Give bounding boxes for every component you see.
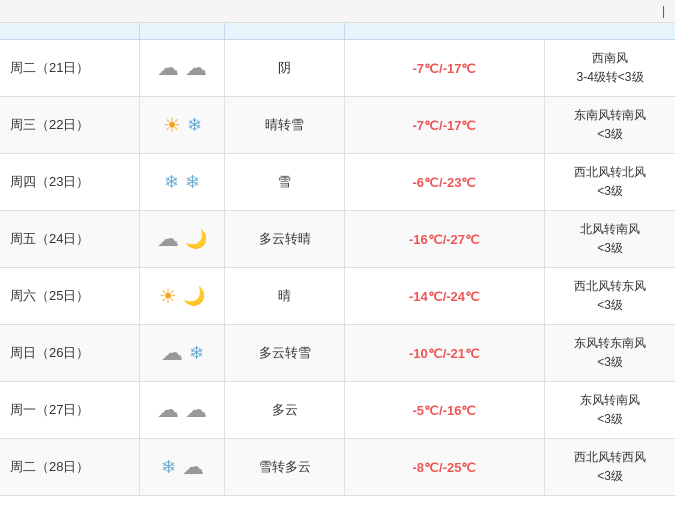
day-label: 周三（22日） xyxy=(0,97,140,153)
wind-dir: 东风转东南风 xyxy=(574,335,646,352)
wind-level: 3-4级转<3级 xyxy=(576,69,643,86)
top-bar: | xyxy=(0,0,675,23)
day-label: 周四（23日） xyxy=(0,154,140,210)
day-text: 周一（27日） xyxy=(10,401,89,419)
table-row: 周二（28日） ❄☁ 雪转多云 -8℃/-25℃ 西北风转西风 <3级 xyxy=(0,439,675,496)
weather-icons: ❄☁ xyxy=(140,439,225,495)
wind-dir: 西北风转东风 xyxy=(574,278,646,295)
table-row: 周六（25日） ☀🌙 晴 -14℃/-24℃ 西北风转东风 <3级 xyxy=(0,268,675,325)
weather-description: 晴 xyxy=(225,268,345,324)
weather-icons: ☁☁ xyxy=(140,382,225,438)
temperature: -7℃/-17℃ xyxy=(345,97,545,153)
weather-description: 晴转雪 xyxy=(225,97,345,153)
header-8-15day xyxy=(345,23,675,39)
wind-info: 东风转南风 <3级 xyxy=(545,382,675,438)
wind-info: 西北风转东风 <3级 xyxy=(545,268,675,324)
day-label: 周一（27日） xyxy=(0,382,140,438)
day-text: 周五（24日） xyxy=(10,230,89,248)
weather-description: 多云 xyxy=(225,382,345,438)
header-today xyxy=(0,23,140,39)
wind-level: <3级 xyxy=(597,354,623,371)
weather-description: 多云转雪 xyxy=(225,325,345,381)
weather-icons: ☁☁ xyxy=(140,40,225,96)
wind-level: <3级 xyxy=(597,240,623,257)
day-label: 周五（24日） xyxy=(0,211,140,267)
rows-container: 周二（21日） ☁☁ 阴 -7℃/-17℃ 西南风 3-4级转<3级 周三（22… xyxy=(0,40,675,496)
wind-level: <3级 xyxy=(597,126,623,143)
wind-level: <3级 xyxy=(597,183,623,200)
weather-icons: ❄❄ xyxy=(140,154,225,210)
wind-info: 东南风转南风 <3级 xyxy=(545,97,675,153)
day-label: 周二（21日） xyxy=(0,40,140,96)
weather-description: 多云转晴 xyxy=(225,211,345,267)
table-row: 周一（27日） ☁☁ 多云 -5℃/-16℃ 东风转南风 <3级 xyxy=(0,382,675,439)
wind-dir: 北风转南风 xyxy=(580,221,640,238)
day-text: 周四（23日） xyxy=(10,173,89,191)
header-7day xyxy=(225,23,345,39)
header-row xyxy=(0,23,675,40)
temperature: -14℃/-24℃ xyxy=(345,268,545,324)
temperature: -7℃/-17℃ xyxy=(345,40,545,96)
table-row: 周日（26日） ☁❄ 多云转雪 -10℃/-21℃ 东风转东南风 <3级 xyxy=(0,325,675,382)
temperature: -5℃/-16℃ xyxy=(345,382,545,438)
header-weekend xyxy=(140,23,225,39)
weather-description: 雪转多云 xyxy=(225,439,345,495)
table-row: 周四（23日） ❄❄ 雪 -6℃/-23℃ 西北风转北风 <3级 xyxy=(0,154,675,211)
wind-dir: 西北风转北风 xyxy=(574,164,646,181)
wind-info: 东风转东南风 <3级 xyxy=(545,325,675,381)
temperature: -6℃/-23℃ xyxy=(345,154,545,210)
separator: | xyxy=(662,4,665,18)
weather-icons: ☀❄ xyxy=(140,97,225,153)
weather-icons: ☀🌙 xyxy=(140,268,225,324)
day-text: 周日（26日） xyxy=(10,344,89,362)
wind-dir: 西北风转西风 xyxy=(574,449,646,466)
day-text: 周二（28日） xyxy=(10,458,89,476)
day-label: 周六（25日） xyxy=(0,268,140,324)
wind-level: <3级 xyxy=(597,468,623,485)
wind-dir: 东风转南风 xyxy=(580,392,640,409)
weather-table: 周二（21日） ☁☁ 阴 -7℃/-17℃ 西南风 3-4级转<3级 周三（22… xyxy=(0,23,675,496)
meta-right: | xyxy=(662,4,665,18)
temperature: -16℃/-27℃ xyxy=(345,211,545,267)
wind-dir: 东南风转南风 xyxy=(574,107,646,124)
wind-info: 西北风转北风 <3级 xyxy=(545,154,675,210)
weather-icons: ☁❄ xyxy=(140,325,225,381)
table-row: 周三（22日） ☀❄ 晴转雪 -7℃/-17℃ 东南风转南风 <3级 xyxy=(0,97,675,154)
temperature: -8℃/-25℃ xyxy=(345,439,545,495)
wind-info: 西北风转西风 <3级 xyxy=(545,439,675,495)
wind-level: <3级 xyxy=(597,411,623,428)
day-label: 周日（26日） xyxy=(0,325,140,381)
day-text: 周三（22日） xyxy=(10,116,89,134)
weather-description: 阴 xyxy=(225,40,345,96)
temperature: -10℃/-21℃ xyxy=(345,325,545,381)
table-row: 周五（24日） ☁🌙 多云转晴 -16℃/-27℃ 北风转南风 <3级 xyxy=(0,211,675,268)
weather-icons: ☁🌙 xyxy=(140,211,225,267)
wind-info: 北风转南风 <3级 xyxy=(545,211,675,267)
day-text: 周二（21日） xyxy=(10,59,89,77)
table-row: 周二（21日） ☁☁ 阴 -7℃/-17℃ 西南风 3-4级转<3级 xyxy=(0,40,675,97)
day-label: 周二（28日） xyxy=(0,439,140,495)
wind-info: 西南风 3-4级转<3级 xyxy=(545,40,675,96)
wind-level: <3级 xyxy=(597,297,623,314)
weather-description: 雪 xyxy=(225,154,345,210)
day-text: 周六（25日） xyxy=(10,287,89,305)
wind-dir: 西南风 xyxy=(592,50,628,67)
